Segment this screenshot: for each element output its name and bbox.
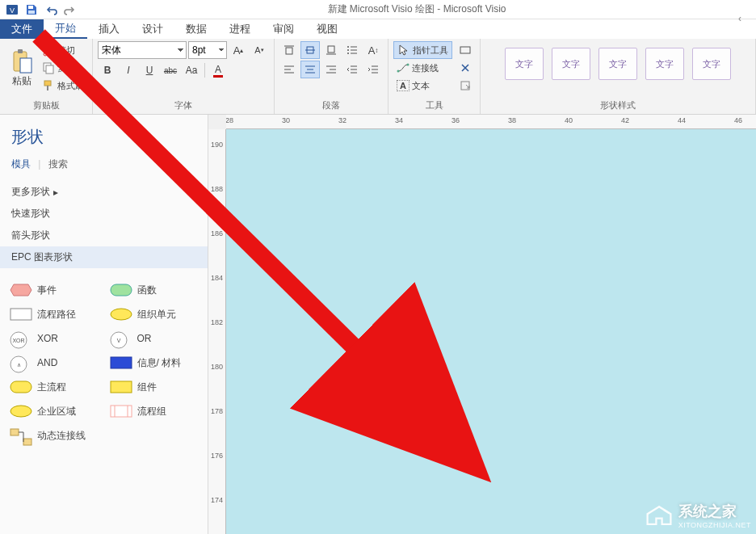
strike-button[interactable]: abc	[161, 61, 180, 79]
underline-button[interactable]: U	[140, 61, 159, 79]
shape-item-7[interactable]: 信息/ 材料	[105, 352, 204, 373]
font-color-button[interactable]: A	[208, 61, 228, 79]
titlebar: V 新建 Microsoft Visio 绘图 - Microsoft Visi…	[0, 0, 756, 19]
shape-item-10[interactable]: 企业区域	[5, 401, 103, 422]
drawing-canvas[interactable]	[226, 129, 756, 534]
bullets-button[interactable]	[342, 41, 362, 59]
shape-item-label: 企业区域	[37, 405, 76, 418]
svg-rect-41	[460, 47, 470, 53]
align-center-button[interactable]	[300, 61, 320, 78]
shape-item-1[interactable]: 函数	[105, 280, 204, 301]
tab-data[interactable]: 数据	[174, 19, 218, 39]
tab-insert[interactable]: 插入	[87, 19, 131, 39]
align-left-button[interactable]	[279, 61, 299, 78]
shape-item-4[interactable]: XORXOR	[5, 328, 103, 349]
align-bottom-button[interactable]	[321, 41, 341, 59]
shape-item-icon	[110, 307, 132, 322]
style-swatch-5[interactable]: 文字	[692, 48, 731, 80]
svg-rect-44	[111, 284, 132, 296]
shape-item-icon	[110, 283, 132, 297]
cut-button[interactable]: 剪切	[39, 41, 87, 59]
align-middle-button[interactable]	[300, 41, 320, 59]
svg-rect-57	[111, 406, 132, 417]
tab-view[interactable]: 视图	[305, 19, 349, 39]
shapes-cat-epc[interactable]: EPC 图表形状	[0, 246, 208, 268]
redo-icon[interactable]	[61, 2, 79, 18]
style-swatch-3[interactable]: 文字	[598, 48, 637, 80]
group-clipboard: 粘贴 剪切 复制 格式刷 剪贴板	[0, 39, 93, 114]
svg-point-40	[407, 64, 410, 66]
tab-home[interactable]: 开始	[44, 19, 87, 39]
tab-review[interactable]: 审阅	[262, 19, 305, 39]
svg-text:∧: ∧	[17, 362, 21, 368]
shapes-cat-quick[interactable]: 快速形状	[0, 203, 208, 225]
svg-rect-2	[28, 6, 33, 9]
style-gallery[interactable]: 文字 文字 文字 文字 文字	[502, 41, 734, 86]
svg-point-22	[347, 53, 349, 54]
shape-item-6[interactable]: ∧AND	[5, 352, 103, 373]
shape-item-0[interactable]: 事件	[5, 280, 103, 301]
tool-launcher-button[interactable]	[456, 77, 475, 95]
shape-item-3[interactable]: 组织单元	[105, 304, 204, 325]
rectangle-tool-button[interactable]	[456, 41, 475, 59]
group-tools: 指针工具 连接线 A文本 工具	[388, 39, 481, 114]
shape-item-icon	[110, 404, 132, 418]
shape-item-12[interactable]: 动态连接线	[5, 425, 103, 446]
text-direction-button[interactable]: A↕	[363, 41, 383, 59]
tab-file[interactable]: 文件	[0, 19, 44, 39]
tab-design[interactable]: 设计	[131, 19, 174, 39]
shape-item-5[interactable]: VOR	[105, 328, 204, 349]
group-font: 宋体 8pt A▴ A▾ B I U abc Aa A 字体	[93, 39, 275, 114]
shape-item-9[interactable]: 组件	[105, 376, 204, 397]
bold-button[interactable]: B	[98, 61, 117, 79]
grow-font-button[interactable]: A▴	[229, 41, 248, 59]
save-icon[interactable]	[23, 2, 40, 18]
shape-item-8[interactable]: 主流程	[5, 376, 103, 397]
align-right-button[interactable]	[321, 61, 341, 78]
shape-item-2[interactable]: 流程路径	[5, 304, 103, 325]
group-paragraph: A↕ 段落	[275, 39, 388, 114]
svg-point-18	[347, 46, 349, 48]
paste-button[interactable]: 粘贴	[5, 41, 39, 95]
pointer-tool-button[interactable]: 指针工具	[393, 41, 452, 59]
shape-item-11[interactable]: 流程组	[105, 401, 204, 422]
svg-rect-45	[10, 309, 32, 320]
align-top-button[interactable]	[279, 41, 299, 59]
shapes-tab-stencils[interactable]: 模具	[11, 158, 31, 170]
ruler-vertical: 190188186184182180178176174172	[208, 129, 226, 534]
increase-indent-button[interactable]	[363, 61, 383, 78]
svg-rect-55	[111, 381, 132, 393]
copy-button[interactable]: 复制	[39, 59, 87, 77]
svg-rect-10	[46, 65, 53, 74]
undo-icon[interactable]	[42, 2, 60, 18]
style-swatch-2[interactable]: 文字	[552, 48, 590, 80]
shapes-tab-search[interactable]: 搜索	[48, 158, 68, 170]
shape-item-icon	[10, 404, 32, 418]
shapes-panel: ‹ 形状 模具 | 搜索 更多形状▸ 快速形状 箭头形状 EPC 图表形状 事件…	[0, 115, 208, 534]
decrease-indent-button[interactable]	[342, 61, 362, 78]
style-swatch-1[interactable]: 文字	[505, 48, 544, 80]
italic-button[interactable]: I	[119, 61, 138, 79]
group-clipboard-label: 剪贴板	[5, 98, 87, 113]
text-tool-button[interactable]: A文本	[393, 77, 452, 95]
connector-tool-button[interactable]: 连接线	[393, 59, 452, 77]
shapes-cat-more[interactable]: 更多形状▸	[0, 181, 208, 203]
shape-item-label: 流程路径	[37, 308, 76, 322]
font-family-select[interactable]: 宋体	[98, 41, 187, 59]
app-icon[interactable]: V	[3, 2, 21, 18]
canvas-area: 28303234363840424446 1901881861841821801…	[208, 115, 756, 534]
workspace: ‹ 形状 模具 | 搜索 更多形状▸ 快速形状 箭头形状 EPC 图表形状 事件…	[0, 115, 756, 534]
tab-process[interactable]: 进程	[218, 19, 262, 39]
shrink-font-button[interactable]: A▾	[250, 41, 269, 59]
shape-item-icon	[110, 380, 132, 394]
svg-rect-54	[10, 381, 32, 393]
font-size-select[interactable]: 8pt	[188, 41, 227, 59]
shape-item-label: 事件	[37, 284, 57, 297]
close-tool-button[interactable]	[456, 59, 475, 77]
shapes-cat-arrow[interactable]: 箭头形状	[0, 225, 208, 246]
change-case-button[interactable]: Aa	[182, 61, 201, 79]
format-painter-button[interactable]: 格式刷	[39, 77, 87, 95]
style-swatch-4[interactable]: 文字	[645, 48, 684, 80]
ribbon: 粘贴 剪切 复制 格式刷 剪贴板 宋体 8pt A▴ A▾ B I U abc	[0, 39, 756, 115]
ruler-horizontal: 28303234363840424446	[226, 115, 756, 129]
